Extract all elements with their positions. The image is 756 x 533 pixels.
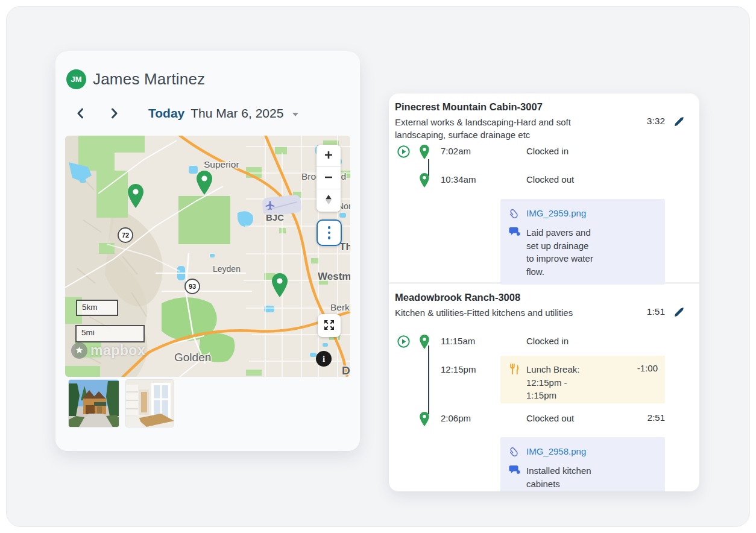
cutlery-icon xyxy=(508,363,520,374)
kebab-icon xyxy=(328,226,331,229)
map-label-golden: Golden xyxy=(174,351,211,364)
play-button[interactable] xyxy=(397,335,410,350)
map-more-options-button[interactable] xyxy=(317,219,342,246)
paperclip-icon xyxy=(508,207,520,219)
svg-text:93: 93 xyxy=(189,283,196,290)
map[interactable]: Superior Broomfield BJC Leyden Westminst… xyxy=(65,136,350,377)
event-status: Clocked out xyxy=(499,412,623,424)
employee-name: James Martinez xyxy=(93,70,205,89)
photo-thumbnails xyxy=(68,379,360,427)
timeline-connector xyxy=(428,345,429,414)
event-duration: 2:51 xyxy=(623,412,665,423)
job-entry-meadowbrook: Meadowbrook Ranch-3008 Kitchen & utiliti… xyxy=(389,284,699,491)
job-timeline: 7:02am Clocked in 10:34am Clocked out xyxy=(393,145,693,285)
today-button[interactable]: Today xyxy=(148,106,184,121)
job-entry-pinecrest: Pinecrest Mountain Cabin-3007 External w… xyxy=(389,93,699,282)
job-header: Pinecrest Mountain Cabin-3007 External w… xyxy=(393,101,623,141)
attachment-link[interactable]: IMG_2959.png xyxy=(526,207,586,219)
event-status: Clocked in xyxy=(499,145,623,157)
attachment-row: IMG_2958.png xyxy=(508,446,658,458)
date-dropdown[interactable]: Thu Mar 6, 2025 xyxy=(191,106,298,121)
job-title: Pinecrest Mountain Cabin-3007 xyxy=(395,101,623,113)
clock-out-row: 10:34am Clocked out xyxy=(393,173,693,190)
svg-text:72: 72 xyxy=(122,232,129,239)
job-total-duration: 1:51 xyxy=(623,292,665,317)
photo-thumbnail-cabin[interactable] xyxy=(68,379,119,427)
job-title: Meadowbrook Ranch-3008 xyxy=(395,292,623,303)
route-shield-93: 93 xyxy=(185,279,200,294)
photo-thumbnail-kitchen[interactable] xyxy=(125,379,174,427)
break-label: Lunch Break: 12:15pm - 1:15pm xyxy=(526,363,582,402)
break-delta: -1:00 xyxy=(637,363,658,373)
paperclip-icon xyxy=(508,446,520,457)
map-label-denver: Denver xyxy=(342,364,350,377)
play-button[interactable] xyxy=(397,145,410,160)
app-window: JM James Martinez Today Thu Mar 6, 2025 xyxy=(0,0,756,533)
chevron-right-icon xyxy=(111,108,118,119)
plus-icon xyxy=(324,150,333,162)
job-timeline: 11:15am Clocked in 12:15pm xyxy=(393,335,693,491)
date-navigation: Today Thu Mar 6, 2025 xyxy=(74,104,360,122)
comment-icon xyxy=(508,226,520,237)
edit-job-button[interactable] xyxy=(665,292,693,320)
comment-row: Laid pavers and set up drainage to impro… xyxy=(508,226,658,278)
comment-text: Laid pavers and set up drainage to impro… xyxy=(526,226,597,278)
comment-icon xyxy=(508,464,520,475)
clock-in-row: 11:15am Clocked in xyxy=(393,335,693,356)
job-total-duration: 3:32 xyxy=(623,101,665,127)
map-label-westminster: Westminster xyxy=(318,271,350,282)
map-label-superior: Superior xyxy=(204,159,239,169)
note-box: IMG_2958.png Installed kitchen cabinets xyxy=(500,437,665,491)
compass-button[interactable] xyxy=(317,189,341,212)
play-icon xyxy=(397,341,410,350)
map-scale-km: 5km xyxy=(76,300,118,316)
employee-header: JM James Martinez xyxy=(66,69,360,89)
avatar: JM xyxy=(66,69,86,89)
caret-down-icon xyxy=(292,113,298,116)
clock-out-row: 2:06pm Clocked out 2:51 xyxy=(393,412,693,429)
event-time: 7:02am xyxy=(432,145,499,157)
attachment-row: IMG_2959.png xyxy=(508,207,658,219)
chevron-left-icon xyxy=(77,108,84,119)
compass-icon xyxy=(323,194,334,207)
map-label-bjc: BJC xyxy=(266,212,284,222)
edit-job-button[interactable] xyxy=(665,101,693,129)
location-pin-icon xyxy=(419,173,430,190)
timesheet-card: Pinecrest Mountain Cabin-3007 External w… xyxy=(389,93,699,491)
pencil-icon xyxy=(673,306,685,320)
prev-day-button[interactable] xyxy=(74,106,86,121)
zoom-in-button[interactable] xyxy=(317,145,341,167)
map-label-berkley: Berkley xyxy=(330,302,350,312)
job-header: Meadowbrook Ranch-3008 Kitchen & utiliti… xyxy=(393,292,623,319)
play-icon xyxy=(397,151,410,160)
job-subtitle: Kitchen & utilities-Fitted kitchens and … xyxy=(395,306,587,319)
location-pin-icon xyxy=(419,145,430,162)
comment-row: Installed kitchen cabinets xyxy=(508,464,658,490)
clock-in-row: 7:02am Clocked in xyxy=(393,145,693,173)
map-info-button[interactable]: i xyxy=(316,351,332,367)
fullscreen-button[interactable] xyxy=(318,314,341,337)
event-time: 11:15am xyxy=(432,335,499,347)
route-shield-72: 72 xyxy=(118,228,133,242)
date-label: Thu Mar 6, 2025 xyxy=(191,106,283,121)
event-time: 12:15pm xyxy=(432,356,499,376)
map-label-leyden: Leyden xyxy=(213,264,241,274)
attachment-link[interactable]: IMG_2958.png xyxy=(526,446,586,458)
event-status: Clocked in xyxy=(499,335,623,347)
note-box: IMG_2959.png Laid pavers and set up drai… xyxy=(500,199,665,285)
break-row: 12:15pm Lunch Break: 12:15pm - 1:15pm -1… xyxy=(393,356,693,403)
next-day-button[interactable] xyxy=(109,106,121,121)
info-icon: i xyxy=(323,354,325,364)
location-pin-icon xyxy=(419,335,430,352)
event-time: 10:34am xyxy=(432,173,499,186)
event-time: 2:06pm xyxy=(432,412,499,424)
comment-text: Installed kitchen cabinets xyxy=(526,464,597,490)
minus-icon xyxy=(324,172,333,184)
event-status: Clocked out xyxy=(499,173,623,186)
zoom-out-button[interactable] xyxy=(317,167,341,189)
pencil-icon xyxy=(673,116,685,129)
map-scale-mi: 5mi xyxy=(75,325,145,342)
fullscreen-icon xyxy=(323,319,335,333)
location-pin-icon xyxy=(419,412,430,429)
lunch-break-box: Lunch Break: 12:15pm - 1:15pm -1:00 xyxy=(500,356,665,403)
